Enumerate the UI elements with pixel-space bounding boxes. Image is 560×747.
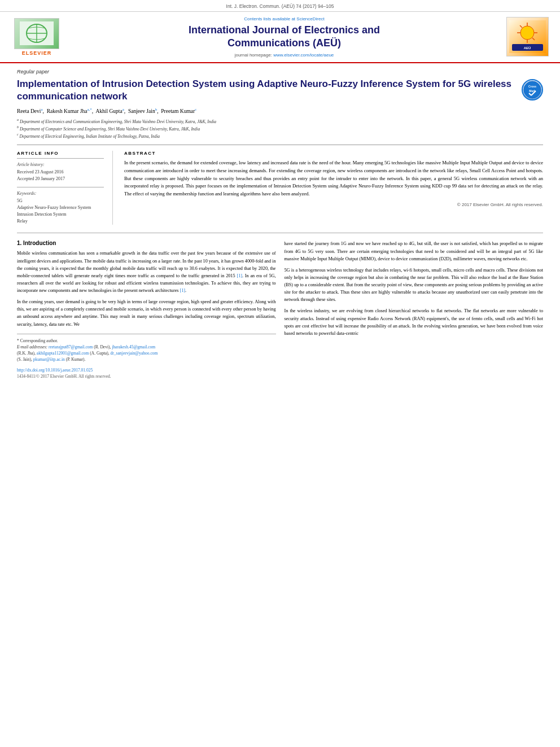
author-3: Akhil Gupta: [95, 108, 122, 114]
cite-2[interactable]: [1]: [180, 288, 186, 293]
intro-para-1: Mobile wireless communication has seen a…: [17, 250, 276, 294]
authors-line: Reeta Devia, Rakesh Kumar Jhaa,*, Akhil …: [17, 107, 543, 114]
main-content: 1. Introduction Mobile wireless communic…: [17, 233, 543, 378]
keyword-relay: Relay: [17, 218, 104, 225]
divider-1: [17, 145, 543, 145]
affil-b: b Department of Computer Science and Eng…: [17, 125, 543, 132]
svg-text:Cross: Cross: [528, 85, 536, 88]
crossmark-badge[interactable]: Cross Mark: [522, 79, 543, 101]
right-para-3: In the wireless industry, we are evolvin…: [285, 307, 544, 337]
keywords-section: Keywords: 5G Adaptive Neuro-Fuzzy Infere…: [17, 187, 104, 225]
doi-section: http://dx.doi.org/10.1016/j.aeue.2017.01…: [17, 368, 276, 379]
intro-para-2: In the coming years, user demand is goin…: [17, 298, 276, 328]
email-footnote: E-mail addresses: reetarajput87@gmail.co…: [17, 344, 276, 363]
citation-text: Int. J. Electron. Commun. (AEÜ) 74 (2017…: [226, 3, 334, 9]
cite-1[interactable]: [1]: [237, 273, 242, 278]
left-column: 1. Introduction Mobile wireless communic…: [17, 240, 276, 378]
author-5: Preetam Kumar: [161, 108, 195, 114]
paper-type: Regular paper: [17, 69, 543, 75]
article-info-label: ARTICLE INFO: [17, 151, 104, 156]
journal-header: ELSEVIER Contents lists available at Sci…: [0, 12, 560, 63]
affil-a: a Department of Electronics and Communic…: [17, 117, 543, 125]
article-info: ARTICLE INFO Article history: Received 2…: [17, 151, 113, 225]
received-date: Received 23 August 2016: [17, 169, 104, 176]
right-column: have started the journey from 1G and now…: [285, 240, 544, 378]
author-4: Sanjeev Jain: [128, 108, 155, 114]
email-link-4[interactable]: dr_sanjeevjain@yahoo.com: [111, 351, 158, 356]
affil-c: c Department of Electrical Engineering, …: [17, 132, 543, 139]
abstract-label: ABSTRACT: [124, 151, 543, 156]
science-direct-text[interactable]: ScienceDirect: [296, 16, 324, 21]
keywords-label: Keywords:: [17, 191, 104, 196]
copyright-line: © 2017 Elsevier GmbH. All rights reserve…: [124, 202, 543, 207]
journal-homepage: journal homepage: www.elsevier.com/locat…: [68, 53, 501, 58]
aeue-logo: AEÜ: [506, 17, 549, 56]
doi-link[interactable]: http://dx.doi.org/10.1016/j.aeue.2017.01…: [17, 368, 276, 373]
elsevier-logo-img: [14, 18, 59, 49]
email-link-3[interactable]: akhilgupta112001@gmail.com: [37, 351, 89, 356]
content-area: Regular paper Cross Mark Implementation …: [0, 63, 560, 390]
svg-point-5: [520, 26, 534, 40]
article-history-label: Article history:: [17, 162, 104, 167]
abstract-text: In the present scenario, the demand for …: [124, 159, 543, 198]
corresponding-note: * Corresponding author.: [17, 338, 276, 344]
paper-title: Implementation of Intrusion Detection Sy…: [17, 78, 543, 103]
journal-title: International Journal of Electronics and…: [68, 24, 501, 50]
keyword-ids: Intrusion Detection System: [17, 211, 104, 218]
email-link-2[interactable]: jharakesh.45@gmail.com: [112, 344, 155, 350]
citation-bar: Int. J. Electron. Commun. (AEÜ) 74 (2017…: [0, 0, 560, 12]
footnote-section: * Corresponding author. E-mail addresses…: [17, 334, 276, 379]
journal-center: Contents lists available at ScienceDirec…: [68, 16, 501, 58]
author-1: Reeta Devi: [17, 108, 41, 114]
author-2: Rakesh Kumar Jha: [47, 108, 88, 114]
elsevier-logo: ELSEVIER: [11, 18, 62, 56]
right-para-1: have started the journey from 1G and now…: [285, 240, 544, 262]
homepage-link[interactable]: www.elsevier.com/locate/aeue: [273, 53, 334, 58]
affiliations: a Department of Electronics and Communic…: [17, 117, 543, 139]
science-direct-link: Contents lists available at ScienceDirec…: [68, 16, 501, 21]
journal-logo-right: AEÜ: [506, 17, 549, 56]
email-link-5[interactable]: pkumar@iitp.ac.in: [33, 357, 65, 362]
intro-heading: 1. Introduction: [17, 240, 276, 246]
elsevier-text: ELSEVIER: [22, 50, 52, 56]
issn-text: 1434-8411/© 2017 Elsevier GmbH. All righ…: [17, 374, 276, 379]
abstract-section: ABSTRACT In the present scenario, the de…: [124, 151, 543, 225]
email-link-1[interactable]: reetarajput87@gmail.com: [49, 344, 93, 350]
svg-text:AEÜ: AEÜ: [524, 46, 531, 50]
info-abstract-section: ARTICLE INFO Article history: Received 2…: [17, 151, 543, 225]
keyword-5g: 5G: [17, 198, 104, 204]
right-para-2: 5G is a heterogeneous wireless technolog…: [285, 267, 544, 304]
accepted-date: Accepted 20 January 2017: [17, 176, 104, 182]
keyword-anfis: Adaptive Neuro-Fuzzy Inference System: [17, 204, 104, 211]
